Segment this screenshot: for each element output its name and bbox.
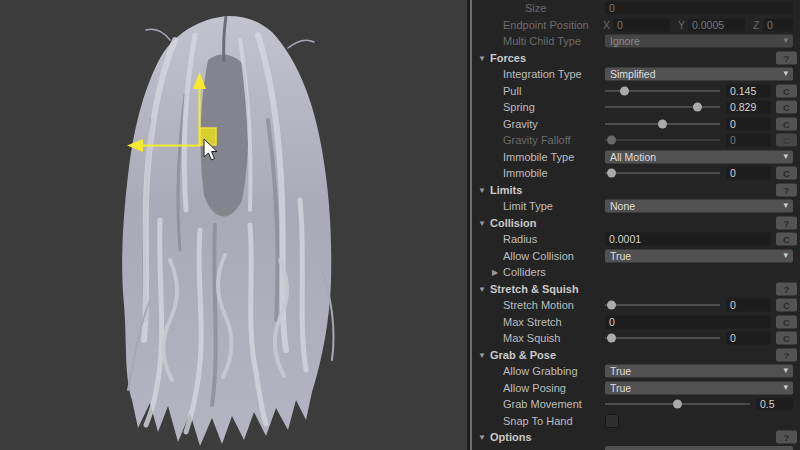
radius-field[interactable]: 0.0001 xyxy=(605,233,771,246)
max-stretch-field[interactable]: 0 xyxy=(605,315,771,328)
snap-to-hand-checkbox[interactable] xyxy=(605,414,619,428)
stretch-motion-slider[interactable] xyxy=(605,299,720,312)
row-limit-type: Limit TypeNone▾ xyxy=(470,198,800,215)
stretch-squish-section-label: Stretch & Squish xyxy=(490,283,579,295)
row-allow-posing: Allow PosingTrue▾ xyxy=(470,380,800,397)
row-max-squish: Max Squish0C xyxy=(470,330,800,347)
row-grab-pose: ▼Grab & Pose? xyxy=(470,347,800,364)
allow-grabbing-dropdown[interactable]: True▾ xyxy=(605,365,793,378)
slider-thumb[interactable] xyxy=(607,301,616,310)
gravity-falloff-value-field: 0 xyxy=(726,134,771,147)
dropdown-arrow-icon: ▾ xyxy=(783,149,788,162)
max-squish-slider[interactable] xyxy=(605,332,720,345)
axis-label-y: Y xyxy=(678,19,685,31)
row-radius: Radius0.0001C xyxy=(470,231,800,248)
dropdown-arrow-icon: ▾ xyxy=(783,199,788,212)
immobile-type-dropdown[interactable]: All Motion▾ xyxy=(605,150,793,163)
options-section-label: Options xyxy=(490,431,532,443)
row-limits: ▼Limits? xyxy=(470,182,800,199)
foldout-open-icon[interactable]: ▼ xyxy=(478,284,486,293)
colliders-foldout-label[interactable]: Colliders xyxy=(503,266,546,278)
allow-posing-dropdown[interactable]: True▾ xyxy=(605,381,793,394)
stretch-motion-value-field[interactable]: 0 xyxy=(726,299,771,312)
allow-grabbing-label: Allow Grabbing xyxy=(503,365,578,377)
inspector-rows: Size0Endpoint PositionX0Y0.0005Z0Multi C… xyxy=(470,0,800,450)
radius-label: Radius xyxy=(503,233,537,245)
foldout-closed-icon[interactable]: ▶ xyxy=(492,268,498,277)
immobile-slider[interactable] xyxy=(605,167,720,180)
slider-thumb[interactable] xyxy=(607,169,616,178)
row-max-stretch: Max Stretch0C xyxy=(470,314,800,331)
stretch-motion-label: Stretch Motion xyxy=(503,299,574,311)
slider-track-line xyxy=(605,140,720,141)
hair-model[interactable] xyxy=(122,16,333,446)
spring-slider[interactable] xyxy=(605,101,720,114)
spring-label: Spring xyxy=(503,101,535,113)
allow-collision-dropdown[interactable]: True▾ xyxy=(605,249,793,262)
limit-type-dropdown[interactable]: None▾ xyxy=(605,200,793,213)
pull-c-button[interactable]: C xyxy=(776,84,797,97)
foldout-open-icon[interactable]: ▼ xyxy=(478,53,486,62)
foldout-open-icon[interactable]: ▼ xyxy=(478,185,486,194)
grab-movement-label: Grab Movement xyxy=(503,398,582,410)
grab-movement-slider[interactable] xyxy=(605,398,750,411)
scene-viewport[interactable] xyxy=(0,0,467,450)
foldout-open-icon[interactable]: ▼ xyxy=(478,218,486,227)
immobile-value-field[interactable]: 0 xyxy=(726,167,771,180)
gravity-value-field[interactable]: 0 xyxy=(726,117,771,130)
grab-movement-value-field[interactable]: 0.5 xyxy=(756,398,793,411)
row-options: ▼Options? xyxy=(470,429,800,446)
spring-c-button[interactable]: C xyxy=(776,101,797,114)
immobile-label: Immobile xyxy=(503,167,548,179)
stretch-motion-c-button[interactable]: C xyxy=(776,299,797,312)
max-stretch-c-button[interactable]: C xyxy=(776,315,797,328)
slider-thumb[interactable] xyxy=(693,103,702,112)
snap-to-hand-label: Snap To Hand xyxy=(503,415,573,427)
gravity-c-button[interactable]: C xyxy=(776,117,797,130)
size-label: Size xyxy=(525,2,546,14)
max-squish-c-button[interactable]: C xyxy=(776,332,797,345)
axis-label-z: Z xyxy=(753,19,759,31)
allow-collision-label: Allow Collision xyxy=(503,250,574,262)
spring-value-field[interactable]: 0.829 xyxy=(726,101,771,114)
immobile-type-label: Immobile Type xyxy=(503,151,574,163)
pull-slider[interactable] xyxy=(605,84,720,97)
row-spring: Spring0.829C xyxy=(470,99,800,116)
row-grab-movement: Grab Movement0.5 xyxy=(470,396,800,413)
max-squish-value-field[interactable]: 0 xyxy=(726,332,771,345)
collision-help-button[interactable]: ? xyxy=(776,216,797,229)
slider-thumb[interactable] xyxy=(607,334,616,343)
scene-canvas xyxy=(0,0,467,450)
integration-type-dropdown[interactable]: Simplified▾ xyxy=(605,68,793,81)
row-pull: Pull0.145C xyxy=(470,83,800,100)
slider-thumb[interactable] xyxy=(658,119,667,128)
grab-pose-help-button[interactable]: ? xyxy=(776,348,797,361)
row-allow-grabbing: Allow GrabbingTrue▾ xyxy=(470,363,800,380)
immobile-c-button[interactable]: C xyxy=(776,167,797,180)
foldout-open-icon[interactable]: ▼ xyxy=(478,350,486,359)
stretch-squish-help-button[interactable]: ? xyxy=(776,282,797,295)
partial-dropdown[interactable] xyxy=(605,446,793,450)
size-field: 0 xyxy=(605,2,793,15)
row-forces: ▼Forces? xyxy=(470,50,800,67)
radius-c-button[interactable]: C xyxy=(776,233,797,246)
limits-help-button[interactable]: ? xyxy=(776,183,797,196)
pull-value-field[interactable]: 0.145 xyxy=(726,84,771,97)
forces-help-button[interactable]: ? xyxy=(776,51,797,64)
slider-thumb[interactable] xyxy=(673,400,682,409)
row-immobile-type: Immobile TypeAll Motion▾ xyxy=(470,149,800,166)
options-help-button[interactable]: ? xyxy=(776,431,797,444)
row-stretch-motion: Stretch Motion0C xyxy=(470,297,800,314)
limit-type-label: Limit Type xyxy=(503,200,553,212)
slider-thumb[interactable] xyxy=(620,86,629,95)
gravity-slider[interactable] xyxy=(605,117,720,130)
row-collision: ▼Collision? xyxy=(470,215,800,232)
foldout-open-icon[interactable]: ▼ xyxy=(478,433,486,442)
slider-track-line xyxy=(605,173,720,174)
slider-thumb xyxy=(607,136,616,145)
axis-label-x: X xyxy=(603,19,610,31)
limits-section-label: Limits xyxy=(490,184,522,196)
row-gravity-falloff: Gravity Falloff0C xyxy=(470,132,800,149)
allow-posing-label: Allow Posing xyxy=(503,382,566,394)
slider-track-line xyxy=(605,338,720,339)
